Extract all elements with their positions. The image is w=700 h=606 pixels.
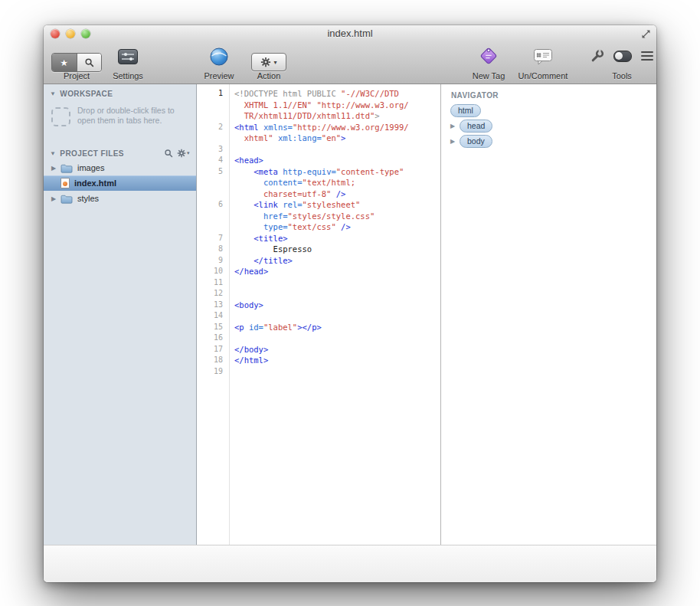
code-line[interactable]: 16 [197,332,440,344]
file-name: index.html [74,179,116,188]
fullscreen-icon[interactable] [641,29,651,39]
workspace-section-header[interactable]: ▼ WORKSPACE [44,84,196,100]
code-text: <link rel="stylesheet" [229,199,360,211]
code-line[interactable]: 17</body> [197,344,440,355]
line-number: 6 [197,199,229,211]
code-line[interactable]: 14 [197,310,440,322]
file-row-images[interactable]: ▶images [44,160,196,175]
project-files-title: PROJECT FILES [60,149,124,158]
navigator-row-head: ▶head [441,118,656,133]
project-settings-menu[interactable]: ▾ [177,149,190,158]
code-line[interactable]: 12 [197,288,440,300]
line-number: 17 [197,344,229,355]
toggle-switch-icon[interactable] [613,51,632,62]
sidebar: ▼ WORKSPACE Drop or double-click files t… [44,84,197,545]
code-text: </body> [229,344,268,355]
code-line[interactable]: 8 Espresso [197,244,440,255]
line-number [197,177,229,188]
navigator-tag-html[interactable]: html [450,104,481,117]
toolbar-label-project: Project [50,71,103,80]
file-row-index.html[interactable]: index.html [44,175,196,191]
filter-search-icon[interactable] [164,149,173,158]
toolbar-newtag-group[interactable]: New Tag [462,42,515,84]
code-line[interactable]: content="text/html; [197,177,440,188]
file-row-styles[interactable]: ▶styles [44,191,196,206]
line-number: 11 [197,277,229,289]
line-number: 18 [197,355,229,366]
code-line[interactable]: type="text/css" /> [197,221,440,233]
preview-globe-icon [209,47,229,67]
disclosure-triangle-icon[interactable]: ▶ [450,138,460,145]
toolbar-preview-group[interactable]: Preview [194,42,244,84]
code-line[interactable]: 1<!DOCTYPE html PUBLIC "-//W3C//DTD [197,88,440,100]
code-line[interactable]: 19 [197,366,440,378]
html-file-icon [61,178,70,188]
disclosure-triangle-icon[interactable]: ▶ [450,123,460,129]
gear-icon [177,149,186,158]
toolbar-label-action: Action [244,71,293,80]
code-line[interactable]: xhtml" xml:lang="en"> [197,133,440,144]
code-text [229,144,234,156]
code-line[interactable]: 18</html> [197,355,440,366]
line-number [197,133,229,144]
code-text: XHTML 1.1//EN" "http://www.w3.org/ [229,100,409,111]
code-text: type="text/css" /> [229,221,351,233]
line-number: 16 [197,332,229,344]
toolbar-label-uncomment: Un/Comment [509,71,577,80]
action-menu-button[interactable]: ▾ [251,53,286,71]
code-line[interactable]: href="styles/style.css" [197,211,440,222]
line-number: 5 [197,166,229,178]
project-files-section-header[interactable]: ▼ PROJECT FILES [44,143,196,160]
toolbar-label-settings: Settings [105,71,151,80]
code-text: charset=utf-8" /> [229,188,345,200]
line-number: 13 [197,300,229,311]
toolbar-settings-group[interactable]: Settings [105,42,151,84]
line-number [197,110,229,122]
code-text [229,277,234,289]
code-line[interactable]: XHTML 1.1//EN" "http://www.w3.org/ [197,100,440,111]
toolbar-tools-group: Tools [584,42,656,84]
code-text: content="text/html; [229,177,355,188]
toolbar-uncomment-group[interactable]: Un/Comment [509,42,577,84]
code-line[interactable]: 11 [197,277,440,289]
code-line[interactable]: 3 [197,144,440,156]
disclosure-triangle-icon[interactable]: ▼ [50,150,56,157]
code-text: <head> [229,155,263,166]
wrench-icon[interactable] [590,49,604,63]
disclosure-triangle-icon[interactable]: ▼ [50,90,56,97]
code-line[interactable]: 6 <link rel="stylesheet" [197,199,440,211]
toolbar-label-preview: Preview [194,71,244,80]
disclosure-triangle-icon[interactable]: ▶ [51,195,61,202]
project-search-button[interactable] [77,54,102,71]
workspace-drop-hint: Drop or double-click files to open them … [44,100,196,131]
code-line[interactable]: 10</head> [197,266,440,277]
code-line[interactable]: 13<body> [197,300,440,311]
file-name: images [77,163,104,172]
code-editor[interactable]: 1<!DOCTYPE html PUBLIC "-//W3C//DTD XHTM… [197,84,440,545]
line-number: 2 [197,122,229,133]
code-line[interactable]: 5 <meta http-equiv="content-type" [197,166,440,178]
code-line[interactable]: TR/xhtml11/DTD/xhtml11.dtd"> [197,110,440,122]
navigator-tag-head[interactable]: head [460,120,492,133]
code-text: <title> [229,233,288,244]
code-line[interactable]: 2<html xmlns="http://www.w3.org/1999/ [197,122,440,133]
project-segmented-control[interactable]: ★ [51,53,102,72]
line-number: 10 [197,266,229,277]
code-line[interactable]: charset=utf-8" /> [197,188,440,200]
code-text: <!DOCTYPE html PUBLIC "-//W3C//DTD [229,88,399,100]
line-number [197,100,229,111]
toolbar-label-new-tag: New Tag [462,71,515,80]
navigator-tag-body[interactable]: body [460,135,492,148]
disclosure-triangle-icon[interactable]: ▶ [51,165,61,172]
code-line[interactable]: 15<p id="label"></p> [197,322,440,333]
line-number: 1 [197,88,229,100]
project-star-button[interactable]: ★ [52,54,77,71]
code-line[interactable]: 9 </title> [197,255,440,267]
code-line[interactable]: 7 <title> [197,233,440,244]
line-number: 4 [197,155,229,166]
code-line[interactable]: 4<head> [197,155,440,166]
navigator-list: html▶head▶body [441,103,656,149]
menu-lines-icon[interactable] [641,51,653,61]
title-bar[interactable]: index.html [44,25,656,42]
code-text: Espresso [229,244,312,255]
